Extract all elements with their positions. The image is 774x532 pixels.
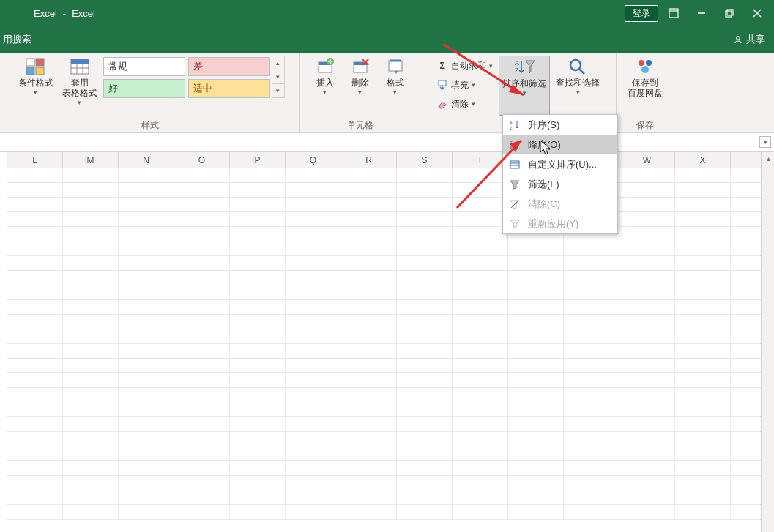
cell[interactable] [119,446,174,460]
cell[interactable] [564,388,619,402]
cell[interactable] [286,241,341,255]
cell[interactable] [119,241,174,255]
cell[interactable] [286,461,341,475]
grid-row[interactable] [7,315,774,329]
find-select-button[interactable]: 查找和选择 ▾ [553,56,603,116]
cell[interactable] [119,168,174,182]
cell[interactable] [7,505,63,519]
cell[interactable] [453,212,508,226]
cell[interactable] [675,315,731,329]
column-header[interactable]: M [63,152,119,168]
cell[interactable] [675,446,731,460]
cell[interactable] [453,446,508,460]
cell[interactable] [7,212,63,226]
cell[interactable] [7,490,63,504]
grid-row[interactable] [7,344,774,359]
grid-row[interactable] [7,256,774,271]
cell[interactable] [286,271,341,285]
cell[interactable] [619,329,675,343]
format-cells-button[interactable]: 格式 ▾ [379,56,412,116]
cell[interactable] [341,241,397,255]
cell[interactable] [508,476,564,490]
cell[interactable] [619,476,675,490]
cell[interactable] [453,315,508,329]
scroll-up-button[interactable]: ▴ [762,152,774,165]
cell[interactable] [619,344,675,358]
cell[interactable] [453,476,508,490]
cell[interactable] [397,212,453,226]
cell[interactable] [397,388,453,402]
cell[interactable] [453,256,508,270]
cell[interactable] [63,168,119,182]
cell[interactable] [453,329,508,343]
cell[interactable] [508,300,564,314]
menu-filter[interactable]: 筛选(F) [503,174,617,194]
cell[interactable] [619,402,675,416]
cell[interactable] [619,359,675,372]
cell[interactable] [174,256,230,270]
style-swatch-normal[interactable]: 常规 [103,57,185,76]
formula-bar-expand-icon[interactable]: ▾ [759,136,771,148]
cell[interactable] [230,300,286,314]
cell[interactable] [7,388,63,402]
cell[interactable] [174,241,230,255]
style-swatch-bad[interactable]: 差 [188,57,270,76]
cell[interactable] [230,227,286,241]
gallery-scroll[interactable]: ▴ ▾ ▾ [272,56,285,98]
cell[interactable] [286,490,341,504]
cell[interactable] [675,402,731,416]
cell[interactable] [119,300,174,314]
cell[interactable] [675,227,731,241]
cell[interactable] [119,198,174,211]
cell[interactable] [675,461,731,475]
cell[interactable] [675,476,731,490]
cell[interactable] [397,446,453,460]
cell[interactable] [341,417,397,431]
cell[interactable] [174,505,230,519]
cell[interactable] [230,461,286,475]
gallery-down-icon[interactable]: ▾ [272,70,284,84]
cell[interactable] [564,315,619,329]
cell[interactable] [286,212,341,226]
grid-row[interactable] [7,373,774,388]
cell[interactable] [7,285,63,299]
cell[interactable] [230,388,286,402]
cell[interactable] [286,344,341,358]
cell[interactable] [63,490,119,504]
cell[interactable] [453,344,508,358]
cell[interactable] [119,490,174,504]
cell[interactable] [63,212,119,226]
cell[interactable] [63,476,119,490]
cell[interactable] [230,432,286,446]
grid-row[interactable] [7,402,774,417]
cell[interactable] [397,168,453,182]
cell[interactable] [341,285,397,299]
cell[interactable] [341,256,397,270]
cell[interactable] [119,271,174,285]
cell[interactable] [63,183,119,197]
cell[interactable] [508,402,564,416]
menu-sort-descending[interactable]: ZA 降序(O) [503,135,617,154]
grid-row[interactable] [7,198,774,212]
cell[interactable] [63,402,119,416]
cell[interactable] [619,212,675,226]
cell[interactable] [397,490,453,504]
cell[interactable] [119,256,174,270]
cell[interactable] [508,256,564,270]
cell[interactable] [230,344,286,358]
cell[interactable] [397,461,453,475]
column-header[interactable]: X [675,152,731,168]
cell[interactable] [63,198,119,211]
grid-row[interactable] [7,271,774,285]
cell[interactable] [341,315,397,329]
cell[interactable] [675,198,731,211]
cell[interactable] [119,285,174,299]
cell[interactable] [119,227,174,241]
cell[interactable] [508,432,564,446]
cell[interactable] [508,329,564,343]
cell[interactable] [174,315,230,329]
cell[interactable] [564,256,619,270]
maximize-button[interactable] [717,3,742,23]
cell[interactable] [119,476,174,490]
cell[interactable] [564,446,619,460]
